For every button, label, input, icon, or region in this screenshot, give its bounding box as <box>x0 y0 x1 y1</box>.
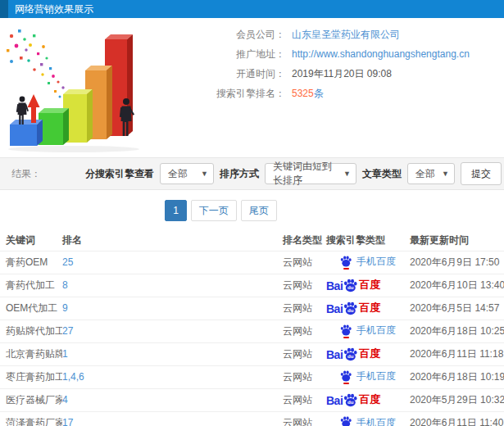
rank-link[interactable]: 25 <box>62 251 283 274</box>
pagination-section: 1 下一页 尾页 <box>0 190 504 231</box>
info-value: 5325 <box>292 88 314 99</box>
svg-text:du: du <box>347 399 354 405</box>
baidu-pc-logo: Bai du 百度 <box>326 392 380 407</box>
rank-type-cell: 云网站 <box>283 297 326 320</box>
baidu-mobile-paw-icon <box>339 370 352 383</box>
keyword-cell: 北京膏药贴牌 <box>0 342 62 365</box>
engine-type-cell: Bai du 百度 <box>326 251 410 274</box>
mobile-baidu-label: 手机百度 <box>356 255 396 269</box>
svg-text:du: du <box>347 353 354 359</box>
rank-link[interactable]: 4 <box>62 388 283 411</box>
last-page-button[interactable]: 尾页 <box>241 200 277 221</box>
keyword-cell: 膏药代加工 <box>0 274 62 297</box>
page-title: 网络营销效果展示 <box>15 0 93 18</box>
baidu-bai-text: Bai <box>326 348 343 361</box>
bar-green <box>39 108 69 145</box>
bar-chart-illustration <box>0 18 162 157</box>
baidu-paw-icon: du <box>343 279 358 292</box>
baidu-cn-text: 百度 <box>359 392 380 407</box>
updated-time-cell: 2020年6月5日 14:57 <box>410 297 504 320</box>
engine-type-cell: Bai du 百度 <box>326 274 410 297</box>
engine-type-cell: Bai du 百度 <box>326 365 410 388</box>
info-value: http://www.shandonghuangshengtang.cn <box>292 48 470 60</box>
keyword-cell: 药贴牌代加工 <box>0 320 62 342</box>
sort-select[interactable]: 关键词由短到长排序 ▼ <box>265 163 356 184</box>
result-label: 结果： <box>11 167 41 181</box>
results-table: 关键词 排名 排名类型 搜索引擎类型 最新更新时间 膏药OEM 25 云网站 B… <box>0 231 504 426</box>
engine-type-cell: Bai du 百度 <box>326 320 410 342</box>
updated-time-cell: 2020年6月18日 10:25 <box>410 320 504 342</box>
table-row: 药贴牌代加工 27 云网站 Bai du 百度 <box>0 320 504 342</box>
baidu-mobile-red-mark <box>343 383 349 384</box>
rank-type-cell: 云网站 <box>283 251 326 274</box>
keyword-cell: OEM代加工 <box>0 297 62 320</box>
info-value: 2019年11月20日 09:08 <box>292 67 392 81</box>
table-header-row: 关键词 排名 排名类型 搜索引擎类型 最新更新时间 <box>0 231 504 251</box>
keyword-cell: 菏泽膏药厂家 <box>0 411 62 426</box>
rank-link[interactable]: 17 <box>62 411 283 426</box>
svg-text:du: du <box>347 307 354 313</box>
submit-button[interactable]: 提交 <box>461 162 502 185</box>
baidu-mobile-paw-icon <box>339 416 352 426</box>
rank-link[interactable]: 1,4,6 <box>62 365 283 388</box>
rank-link[interactable]: 1 <box>62 342 283 365</box>
header-keyword: 关键词 <box>0 231 62 251</box>
info-label: 会员公司： <box>162 28 285 42</box>
info-label: 搜索引擎排名： <box>162 87 285 101</box>
next-page-button[interactable]: 下一页 <box>191 200 237 221</box>
engine-type-cell: Bai du 百度 <box>326 297 410 320</box>
table-row: 医疗器械厂家 4 云网站 Bai du 百度 <box>0 388 504 411</box>
updated-time-cell: 2020年6月11日 11:40 <box>410 411 504 426</box>
rank-type-cell: 云网站 <box>283 342 326 365</box>
caret-down-icon: ▼ <box>442 170 449 178</box>
baidu-mobile-paw-icon <box>339 256 352 269</box>
engine-view-select[interactable]: 全部 ▼ <box>160 163 214 184</box>
article-type-select[interactable]: 全部 ▼ <box>407 163 455 184</box>
keyword-cell: 膏药OEM <box>0 251 62 274</box>
engine-type-cell: Bai du 百度 <box>326 411 410 426</box>
table-row: 膏药代加工 8 云网站 Bai du 百度 <box>0 274 504 297</box>
sort-selected: 关键词由短到长排序 <box>273 160 338 188</box>
table-row: 膏药OEM 25 云网站 Bai du 百度 <box>0 251 504 274</box>
caret-down-icon: ▼ <box>201 170 208 178</box>
rank-link[interactable]: 27 <box>62 320 283 342</box>
baidu-mobile-red-mark <box>343 268 349 270</box>
baidu-cn-text: 百度 <box>359 347 380 361</box>
info-row: 搜索引擎排名： 5325 条 <box>162 84 504 103</box>
baidu-pc-logo: Bai du 百度 <box>326 301 380 315</box>
info-value-suffix: 条 <box>314 87 324 101</box>
info-row: 推广地址： http://www.shandonghuangshengtang.… <box>162 44 504 64</box>
keyword-cell: 枣庄膏药加工 <box>0 365 62 388</box>
rank-link[interactable]: 8 <box>62 274 283 297</box>
rank-type-cell: 云网站 <box>283 320 326 342</box>
baidu-mobile-logo: 手机百度 <box>339 416 396 426</box>
article-type-selected: 全部 <box>415 167 435 181</box>
baidu-paw-icon: du <box>343 347 358 361</box>
baidu-paw-icon: du <box>343 301 358 315</box>
pagination: 1 下一页 尾页 <box>165 200 277 221</box>
updated-time-cell: 2020年6月10日 13:40 <box>410 274 504 297</box>
mobile-baidu-label: 手机百度 <box>356 416 396 426</box>
growth-chart-graphic <box>0 23 161 157</box>
table-row: 枣庄膏药加工 1,4,6 云网站 Bai du 百度 <box>0 365 504 388</box>
baidu-bai-text: Bai <box>326 279 343 292</box>
updated-time-cell: 2020年5月29日 10:32 <box>410 388 504 411</box>
baidu-cn-text: 百度 <box>359 301 380 315</box>
member-info-list: 会员公司： 山东皇圣堂药业有限公司 推广地址： http://www.shand… <box>162 18 504 157</box>
keyword-cell: 医疗器械厂家 <box>0 388 62 411</box>
rank-type-cell: 云网站 <box>283 274 326 297</box>
header-engine-type: 搜索引擎类型 <box>326 231 410 251</box>
baidu-paw-icon: du <box>343 393 358 407</box>
engine-view-label: 分搜索引擎查看 <box>85 167 154 181</box>
title-bar-accent <box>0 0 8 18</box>
svg-text:du: du <box>347 284 354 290</box>
caret-down-icon: ▼ <box>343 170 351 178</box>
baidu-pc-logo: Bai du 百度 <box>326 278 380 292</box>
baidu-mobile-logo: 手机百度 <box>339 369 396 383</box>
rank-link[interactable]: 9 <box>62 297 283 320</box>
baidu-mobile-logo: 手机百度 <box>339 255 396 269</box>
engine-view-selected: 全部 <box>168 167 188 181</box>
page-1-button[interactable]: 1 <box>165 200 187 221</box>
mobile-baidu-label: 手机百度 <box>356 369 396 383</box>
title-bar: 网络营销效果展示 <box>0 0 504 18</box>
